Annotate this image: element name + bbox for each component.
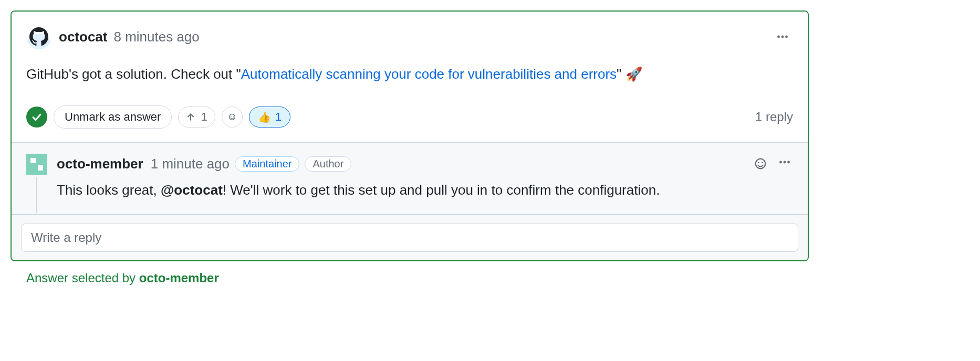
svg-point-7 bbox=[758, 162, 759, 163]
add-reaction-button[interactable] bbox=[222, 107, 243, 128]
reply-actions bbox=[752, 154, 793, 174]
reply-author-avatar[interactable] bbox=[26, 154, 47, 175]
octocat-icon bbox=[29, 27, 48, 46]
svg-point-4 bbox=[231, 116, 232, 117]
kebab-icon bbox=[776, 30, 789, 43]
reply-content: octo-member 1 minute ago Maintainer Auth… bbox=[57, 154, 793, 200]
svg-point-9 bbox=[779, 161, 782, 164]
selected-by-user[interactable]: octo-member bbox=[139, 271, 219, 285]
reply-text-after: ! We'll work to get this set up and pull… bbox=[223, 182, 660, 198]
thumbs-up-icon: 👍 bbox=[258, 111, 271, 123]
reply-menu-button[interactable] bbox=[776, 154, 793, 174]
answer-header: octocat 8 minutes ago bbox=[26, 24, 793, 49]
reply-text-before: This looks great, bbox=[57, 182, 161, 198]
thread-line bbox=[36, 177, 37, 213]
svg-point-8 bbox=[762, 162, 763, 163]
svg-point-11 bbox=[787, 161, 790, 164]
reply-count[interactable]: 1 reply bbox=[755, 110, 793, 124]
svg-point-10 bbox=[784, 161, 786, 164]
answer-selected-by: Answer selected by octo-member bbox=[11, 271, 969, 285]
smiley-icon bbox=[226, 111, 238, 123]
answer-footer: Unmark as answer 1 👍 1 1 reply bbox=[26, 105, 793, 129]
answer-text-prefix: GitHub's got a solution. Check out " bbox=[26, 66, 241, 82]
svg-point-2 bbox=[785, 36, 788, 38]
upvote-count: 1 bbox=[201, 110, 207, 124]
rocket-icon: 🚀 bbox=[625, 66, 642, 82]
maintainer-badge: Maintainer bbox=[235, 156, 299, 172]
reaction-count: 1 bbox=[275, 110, 282, 124]
answer-card: octocat 8 minutes ago GitHub's got a sol… bbox=[11, 10, 809, 261]
reply-avatar-wrap bbox=[26, 154, 57, 200]
reply-add-reaction-button[interactable] bbox=[752, 155, 769, 172]
check-icon bbox=[31, 111, 43, 123]
arrow-up-icon bbox=[186, 112, 195, 122]
compose-section bbox=[12, 214, 808, 260]
answer-body: GitHub's got a solution. Check out "Auto… bbox=[26, 64, 793, 84]
kebab-icon bbox=[778, 156, 791, 168]
svg-point-1 bbox=[781, 36, 784, 38]
author-badge: Author bbox=[305, 156, 351, 172]
svg-point-5 bbox=[233, 116, 234, 117]
answer-menu-button[interactable] bbox=[772, 28, 793, 45]
answer-author-name[interactable]: octocat bbox=[59, 29, 107, 45]
reply-author-name[interactable]: octo-member bbox=[57, 156, 143, 172]
answer-text-suffix: " bbox=[617, 66, 625, 82]
answer-author-avatar[interactable] bbox=[26, 24, 51, 49]
reply-body: This looks great, @octocat! We'll work t… bbox=[57, 180, 793, 200]
answer-check-badge bbox=[26, 107, 47, 128]
thumbs-up-reaction[interactable]: 👍 1 bbox=[249, 107, 290, 128]
answer-section: octocat 8 minutes ago GitHub's got a sol… bbox=[12, 12, 808, 142]
reply-section: octo-member 1 minute ago Maintainer Auth… bbox=[12, 142, 808, 214]
selected-by-label: Answer selected by bbox=[26, 271, 139, 285]
reply-timestamp[interactable]: 1 minute ago bbox=[151, 156, 230, 172]
upvote-button[interactable]: 1 bbox=[178, 107, 215, 128]
unmark-answer-button[interactable]: Unmark as answer bbox=[54, 105, 172, 129]
svg-point-0 bbox=[777, 36, 780, 38]
reply-mention[interactable]: @octocat bbox=[161, 182, 223, 198]
reply-header: octo-member 1 minute ago Maintainer Auth… bbox=[57, 154, 793, 174]
answer-link[interactable]: Automatically scanning your code for vul… bbox=[241, 66, 617, 82]
smiley-icon bbox=[754, 157, 767, 170]
reply-input[interactable] bbox=[21, 224, 798, 252]
answer-timestamp[interactable]: 8 minutes ago bbox=[113, 29, 199, 45]
